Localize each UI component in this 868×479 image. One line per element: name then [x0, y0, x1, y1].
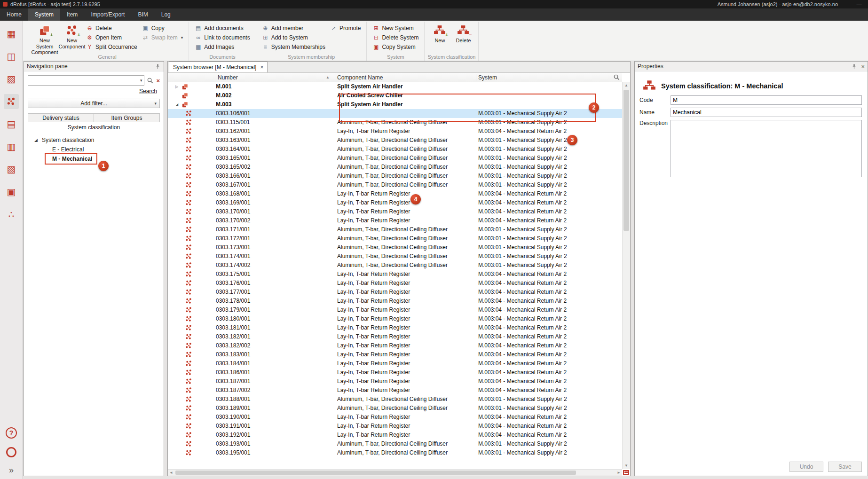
grid-row[interactable]: 0303.165/001 Aluminum, T-bar, Directiona…: [168, 154, 622, 163]
relations-module-icon[interactable]: ∴: [4, 207, 19, 222]
functions-module-icon[interactable]: ◫: [4, 49, 19, 64]
tree-node-electrical[interactable]: E - Electrical: [24, 145, 164, 154]
expand-sidebar-icon[interactable]: »: [9, 466, 14, 474]
add-to-system-button[interactable]: ⊞ Add to System: [260, 33, 327, 42]
code-field[interactable]: [671, 95, 862, 105]
grid-row[interactable]: 0303.178/001 Lay-In, T-bar Return Regist…: [168, 297, 622, 306]
name-field[interactable]: [671, 108, 862, 117]
clear-search-icon[interactable]: ×: [156, 77, 160, 84]
copy-system-button[interactable]: ▣ Copy System: [371, 43, 420, 51]
grid-row[interactable]: ◢ M.003 Split System Air Handler: [168, 100, 622, 109]
minimize-button[interactable]: —: [853, 1, 865, 7]
search-link[interactable]: Search: [139, 88, 157, 94]
classification-new-button[interactable]: + New: [428, 23, 451, 53]
products-module-icon[interactable]: ▥: [4, 139, 19, 154]
grid-row[interactable]: 0303.169/001 Lay-In, T-bar Return Regist…: [168, 198, 622, 207]
copy-button[interactable]: ▣ Copy: [140, 24, 185, 32]
grid-row[interactable]: 0303.170/002 Lay-In, T-bar Return Regist…: [168, 216, 622, 225]
grid-row[interactable]: 0303.180/001 Lay-In, T-bar Return Regist…: [168, 314, 622, 323]
classification-delete-button[interactable]: − Delete: [452, 23, 474, 53]
grid-row[interactable]: 0303.174/001 Aluminum, T-bar, Directiona…: [168, 252, 622, 261]
add-member-button[interactable]: ⊕ Add member: [260, 24, 327, 32]
pin-icon[interactable]: [851, 63, 857, 70]
row-expander-icon[interactable]: ▷: [174, 82, 180, 91]
grid-row[interactable]: 0303.183/001 Lay-In, T-bar Return Regist…: [168, 350, 622, 359]
close-panel-icon[interactable]: ×: [861, 63, 865, 70]
menu-home[interactable]: Home: [0, 8, 28, 21]
grid-row[interactable]: 0303.192/001 Lay-In, T-bar Return Regist…: [168, 431, 622, 440]
grid-row[interactable]: 0303.163/001 Aluminum, T-bar, Directiona…: [168, 136, 622, 145]
grid-row[interactable]: 0303.115/001 Aluminum, T-bar, Directiona…: [168, 118, 622, 127]
tree-node-mechanical[interactable]: M - Mechanical: [24, 154, 164, 164]
split-occurrence-button[interactable]: Y Split Occurrence: [84, 43, 139, 51]
grid-row[interactable]: 0303.195/001 Aluminum, T-bar, Directiona…: [168, 448, 622, 457]
tree-node-system-classification[interactable]: ◢ System classification: [24, 136, 164, 145]
support-icon[interactable]: [6, 447, 16, 457]
documents-module-icon[interactable]: ▧: [4, 162, 19, 177]
add-documents-button[interactable]: ▤ Add documents: [193, 24, 252, 32]
grid-row[interactable]: M.002 Air Cooled Screw Chiller: [168, 91, 622, 100]
grid-row[interactable]: 0303.193/001 Aluminum, T-bar, Directiona…: [168, 440, 622, 448]
search-input[interactable]: [30, 76, 138, 85]
search-dropdown-icon[interactable]: ▾: [140, 78, 142, 83]
grid-row[interactable]: 0303.184/001 Lay-In, T-bar Return Regist…: [168, 359, 622, 368]
search-icon[interactable]: [147, 77, 154, 84]
grid-row[interactable]: 0303.167/001 Aluminum, T-bar, Directiona…: [168, 181, 622, 189]
grid-row[interactable]: 0303.106/001 M.003:01 - Mechanical Suppl…: [168, 109, 622, 118]
menu-item[interactable]: Item: [60, 8, 84, 21]
promote-button[interactable]: ↗ Promote: [328, 24, 363, 32]
close-tab-icon[interactable]: ×: [260, 64, 263, 71]
tab-delivery-status[interactable]: Delivery status: [28, 113, 94, 122]
reports-module-icon[interactable]: ▣: [4, 184, 19, 199]
pin-icon[interactable]: [155, 63, 161, 70]
grid-row[interactable]: 0303.171/001 Aluminum, T-bar, Directiona…: [168, 225, 622, 234]
new-system-button[interactable]: ⊞ New System: [371, 24, 420, 32]
vertical-scrollbar[interactable]: ▲ ▼: [622, 82, 630, 469]
grid-row[interactable]: 0303.182/002 Lay-In, T-bar Return Regist…: [168, 341, 622, 350]
delete-button[interactable]: ⊖ Delete: [84, 24, 139, 32]
horizontal-scroll-thumb[interactable]: [175, 471, 576, 475]
rooms-module-icon[interactable]: ▦: [4, 26, 19, 41]
grid-row[interactable]: 0303.190/001 Lay-In, T-bar Return Regist…: [168, 413, 622, 422]
viewer-icon[interactable]: [623, 470, 629, 475]
grid-search-icon[interactable]: [613, 74, 620, 81]
grid-row[interactable]: 0303.187/001 Lay-In, T-bar Return Regist…: [168, 377, 622, 386]
scroll-left-icon[interactable]: ◄: [168, 470, 174, 476]
save-button[interactable]: Save: [828, 462, 862, 472]
swap-item-button[interactable]: ⇄ Swap item ▾: [140, 33, 185, 42]
delete-system-button[interactable]: ⊟ Delete System: [371, 33, 420, 42]
scroll-up-icon[interactable]: ▲: [623, 82, 630, 89]
grid-row[interactable]: 0303.168/001 Lay-In, T-bar Return Regist…: [168, 189, 622, 198]
items-module-icon[interactable]: ▤: [4, 117, 19, 132]
grid-row[interactable]: 0303.181/001 Lay-In, T-bar Return Regist…: [168, 323, 622, 332]
new-system-component-button[interactable]: + New System Component: [30, 23, 60, 53]
tree-expander-icon[interactable]: ◢: [34, 136, 38, 145]
grid-row[interactable]: 0303.179/001 Lay-In, T-bar Return Regist…: [168, 306, 622, 314]
grid-row[interactable]: 0303.165/002 Aluminum, T-bar, Directiona…: [168, 163, 622, 172]
grid-row[interactable]: 0303.166/001 Aluminum, T-bar, Directiona…: [168, 172, 622, 181]
grid-row[interactable]: 0303.189/001 Aluminum, T-bar, Directiona…: [168, 404, 622, 413]
grid-row[interactable]: 0303.191/001 Lay-In, T-bar Return Regist…: [168, 422, 622, 431]
grid-row[interactable]: 0303.173/001 Aluminum, T-bar, Directiona…: [168, 243, 622, 252]
help-icon[interactable]: ?: [6, 427, 17, 439]
systems-module-icon[interactable]: [4, 94, 19, 109]
new-component-button[interactable]: + New Component: [61, 23, 83, 53]
grid-row[interactable]: 0303.176/001 Lay-In, T-bar Return Regist…: [168, 279, 622, 288]
horizontal-scrollbar[interactable]: ◄ ►: [168, 469, 622, 476]
scroll-down-icon[interactable]: ▼: [623, 463, 630, 469]
menu-log[interactable]: Log: [155, 8, 177, 21]
grid-row[interactable]: 0303.187/002 Lay-In, T-bar Return Regist…: [168, 386, 622, 395]
open-item-button[interactable]: ⚙ Open Item: [84, 33, 139, 42]
grid-row[interactable]: 0303.172/001 Aluminum, T-bar, Directiona…: [168, 234, 622, 243]
row-expander-icon[interactable]: ◢: [174, 100, 180, 109]
column-header-component-name[interactable]: Component Name: [337, 73, 383, 82]
link-to-documents-button[interactable]: ∞ Link to documents: [193, 33, 252, 42]
tab-system-browser[interactable]: System browser [M - Mechanical] ×: [169, 62, 268, 72]
add-images-button[interactable]: ▦ Add Images: [193, 43, 252, 51]
description-field[interactable]: [671, 120, 862, 177]
vertical-scroll-thumb[interactable]: [623, 90, 629, 231]
grid-row[interactable]: 0303.177/001 Lay-In, T-bar Return Regist…: [168, 288, 622, 297]
scroll-right-icon[interactable]: ►: [615, 470, 622, 476]
grid-row[interactable]: 0303.174/002 Aluminum, T-bar, Directiona…: [168, 261, 622, 270]
grid-row[interactable]: 0303.164/001 Aluminum, T-bar, Directiona…: [168, 145, 622, 154]
